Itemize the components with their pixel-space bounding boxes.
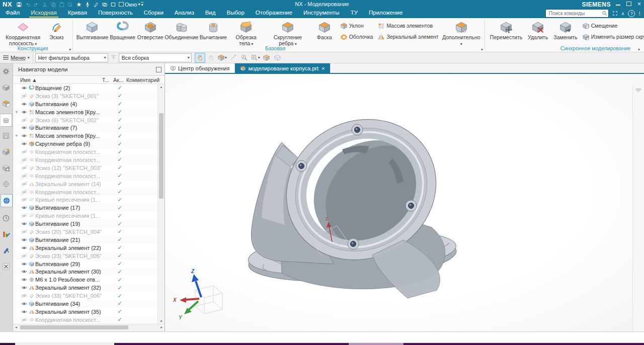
chamfer-button[interactable]: Фаска	[311, 19, 338, 41]
eye-hidden-icon[interactable]	[20, 181, 28, 187]
part-navigator-icon[interactable]	[1, 114, 12, 127]
tree-row[interactable]: Координатная плоскост...✓	[13, 156, 158, 164]
revolve-button[interactable]: Вращение	[109, 19, 136, 41]
cad-model[interactable]: Z Z X	[165, 74, 634, 330]
issue-navigator-icon[interactable]	[1, 244, 12, 256]
active-check-icon[interactable]: ✓	[113, 172, 126, 179]
eye-visible-icon[interactable]	[20, 133, 28, 139]
scroll-down-icon[interactable]: ▾	[158, 318, 165, 324]
eye-visible-icon[interactable]	[20, 109, 28, 115]
active-check-icon[interactable]: ✓	[113, 197, 126, 203]
eye-visible-icon[interactable]	[20, 309, 28, 315]
datum-plane-button[interactable]: Координатная плоскость ▾	[3, 19, 43, 47]
window-box-icon[interactable]	[109, 1, 117, 8]
tree-row[interactable]: Кривые пересечения (1...✓	[13, 196, 158, 204]
subtract-button[interactable]: Вычитание	[199, 19, 227, 41]
active-check-icon[interactable]: ✓	[113, 300, 126, 307]
tree-row[interactable]: +Массив элементов [Кру...✓	[13, 132, 158, 140]
column-header-name[interactable]: Имя ▲	[13, 77, 102, 83]
active-check-icon[interactable]: ✓	[113, 149, 126, 155]
eye-visible-icon[interactable]	[20, 125, 28, 131]
active-check-icon[interactable]: ✓	[113, 189, 126, 195]
active-check-icon[interactable]: ✓	[113, 269, 126, 275]
sketch-button[interactable]: Эскиз	[43, 19, 69, 41]
menu-item-6[interactable]: Вид	[200, 9, 221, 18]
close-icon[interactable]: ×	[321, 65, 325, 71]
snap-point-icon[interactable]	[228, 53, 238, 63]
eye-visible-icon[interactable]	[20, 221, 28, 227]
selection-filter-icon[interactable]: ▾	[217, 53, 227, 63]
active-check-icon[interactable]: ✓	[113, 101, 126, 107]
tree-row[interactable]: Зеркальный элемент (35)✓	[13, 308, 158, 316]
panel-pin-box[interactable]	[156, 67, 162, 72]
eye-hidden-icon[interactable]	[20, 165, 28, 171]
eye-hidden-icon[interactable]	[20, 197, 28, 203]
tree-row[interactable]: Вытягивание (21)✓	[13, 236, 158, 244]
assembly-navigator-icon[interactable]	[1, 81, 12, 94]
shade-selected-icon[interactable]	[261, 53, 272, 63]
active-check-icon[interactable]: ✓	[113, 221, 126, 227]
constraint-navigator-icon[interactable]	[1, 98, 12, 110]
edge-blend-button[interactable]: Скругление ребра ▾	[265, 19, 310, 47]
eye-hidden-icon[interactable]	[20, 213, 28, 219]
help-icon[interactable]: ?	[628, 10, 635, 17]
eye-visible-icon[interactable]	[20, 141, 28, 147]
eye-hidden-icon[interactable]	[20, 173, 28, 179]
scrollbar-thumb[interactable]	[159, 113, 164, 199]
menu-item-10[interactable]: ТУ	[345, 9, 363, 18]
scroll-left-icon[interactable]: ◂	[13, 324, 19, 330]
eye-visible-icon[interactable]	[20, 205, 28, 211]
menu-item-11[interactable]: Приложение	[363, 9, 408, 18]
eye-hidden-icon[interactable]	[20, 157, 28, 163]
tree-row[interactable]: Эскиз (6) "SKETCH_002"✓	[13, 116, 158, 124]
menu-item-4[interactable]: Сборки	[138, 9, 169, 18]
window-shade-icon[interactable]	[634, 87, 642, 94]
wireframe-selected-icon[interactable]	[272, 53, 283, 63]
customize-caret-icon[interactable]: ▾	[141, 2, 143, 7]
touch-pen-icon[interactable]	[92, 1, 100, 8]
tree-row[interactable]: Вращение (2)✓	[13, 84, 158, 92]
view-triad[interactable]: Z X Y	[173, 269, 222, 320]
part-tab-1[interactable]: моделирование корпуса.prt×	[235, 63, 330, 73]
scrollbar-thumb[interactable]	[20, 325, 128, 329]
trim-body-button[interactable]: Обрезка тела ▾	[228, 19, 264, 47]
replace-face-button[interactable]: Заменить	[551, 19, 580, 41]
eye-visible-icon[interactable]	[20, 237, 28, 243]
active-check-icon[interactable]: ✓	[113, 181, 126, 187]
eye-hidden-icon[interactable]	[20, 293, 28, 299]
tree-row[interactable]: Вытягивание (4)✓	[13, 100, 158, 108]
restore-button[interactable]	[626, 1, 631, 8]
tree-row[interactable]: M6 x 1.0 Резьбовое отв...✓	[13, 276, 158, 284]
active-check-icon[interactable]: ✓	[113, 236, 126, 243]
fullscreen-icon[interactable]	[612, 11, 618, 16]
draft-button[interactable]: Уклон	[338, 21, 375, 31]
active-check-icon[interactable]: ✓	[113, 261, 126, 267]
ribbon-options-caret-icon[interactable]: ▾	[638, 47, 640, 52]
menu-item-9[interactable]: Инструменты	[298, 9, 345, 18]
expand-plus-icon[interactable]: +	[13, 133, 20, 138]
eye-visible-icon[interactable]	[20, 301, 28, 307]
active-check-icon[interactable]: ✓	[113, 316, 126, 323]
roles-icon[interactable]	[1, 261, 12, 273]
taskbar-segment[interactable]	[0, 343, 15, 345]
column-header-active[interactable]: Ак...	[113, 77, 126, 83]
tree-row[interactable]: Эскиз (33) "SKETCH_006"✓	[13, 292, 158, 300]
tree-row[interactable]: Эскиз (23) "SKETCH_005"✓	[13, 252, 158, 260]
eye-hidden-icon[interactable]	[20, 117, 28, 123]
history-icon[interactable]	[1, 212, 12, 224]
gear-icon[interactable]	[1, 65, 12, 77]
mic-icon[interactable]	[84, 1, 91, 8]
search-input[interactable]	[548, 10, 602, 17]
pattern-button[interactable]: Массив элементов	[375, 21, 440, 31]
lasso-select-icon[interactable]	[206, 53, 216, 63]
tree-row[interactable]: Скругление ребра (9)✓	[13, 140, 158, 148]
eye-visible-icon[interactable]	[20, 245, 28, 251]
column-header-comment[interactable]: Комментарий	[126, 77, 165, 83]
graphics-canvas[interactable]: Z Z X	[165, 74, 644, 331]
active-check-icon[interactable]: ✓	[113, 205, 126, 211]
active-check-icon[interactable]: ✓	[113, 244, 126, 251]
menu-item-0[interactable]: Файл	[0, 9, 25, 18]
menu-button[interactable]: Меню ▾	[1, 53, 33, 62]
active-check-icon[interactable]: ✓	[113, 141, 126, 147]
eye-visible-icon[interactable]	[20, 101, 28, 107]
